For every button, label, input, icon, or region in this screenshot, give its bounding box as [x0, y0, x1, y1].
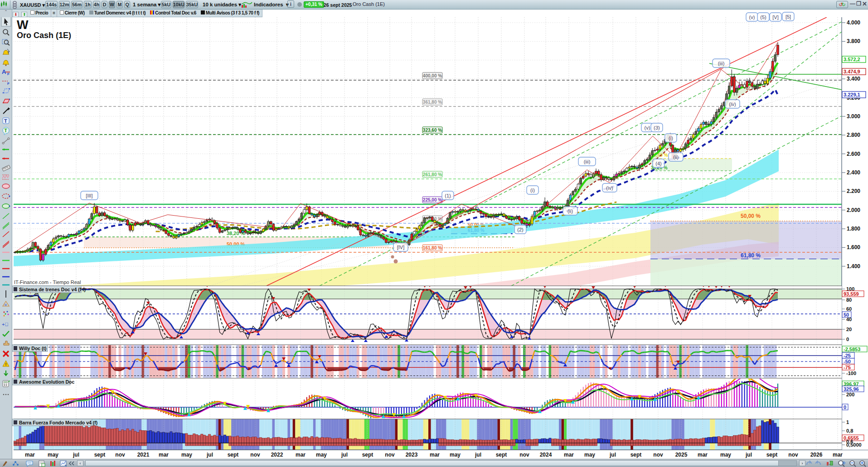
svg-text:nov: nov — [250, 452, 260, 458]
svg-text:2.400: 2.400 — [847, 169, 860, 176]
svg-text:3.572,2: 3.572,2 — [844, 57, 860, 62]
svg-text:(4): (4) — [655, 161, 661, 166]
svg-text:200: 200 — [846, 392, 854, 397]
svg-text:mar: mar — [159, 452, 169, 458]
svg-text:nov: nov — [115, 452, 125, 458]
svg-text:Barra Fuerza Fondo Mercado v4: Barra Fuerza Fondo Mercado v4 (f) — [19, 420, 97, 425]
svg-text:61,80 %: 61,80 % — [741, 252, 761, 259]
svg-text:(v): (v) — [749, 14, 755, 20]
svg-text:400,00 %: 400,00 % — [423, 73, 442, 78]
svg-text:225,00 %: 225,00 % — [423, 197, 442, 202]
svg-text:jul: jul — [206, 452, 213, 458]
svg-text:161,80 %: 161,80 % — [423, 246, 442, 250]
svg-text:mar: mar — [430, 452, 440, 458]
svg-text:sept: sept — [630, 452, 642, 458]
svg-text:3.229,1: 3.229,1 — [844, 92, 860, 97]
svg-text:(i): (i) — [530, 188, 535, 193]
svg-text:[III]: [III] — [86, 193, 92, 198]
svg-text:T: T — [5, 128, 7, 133]
svg-text:nov: nov — [653, 452, 663, 458]
svg-text:(v): (v) — [645, 125, 650, 130]
svg-text:[5]: [5] — [786, 14, 791, 19]
svg-text:mar: mar — [698, 452, 708, 458]
svg-text:may: may — [584, 452, 595, 458]
svg-text:1.400: 1.400 — [847, 263, 860, 270]
svg-text:mar: mar — [25, 452, 35, 458]
svg-text:sept: sept — [496, 452, 507, 458]
svg-text:F: F — [7, 72, 10, 76]
svg-text:2026: 2026 — [810, 452, 823, 458]
svg-text:2.800: 2.800 — [847, 132, 860, 138]
svg-text:Willy Doc (t): Willy Doc (t) — [19, 346, 47, 351]
svg-text:may: may — [450, 452, 461, 458]
svg-text:may: may — [720, 452, 731, 458]
svg-text:0,8: 0,8 — [846, 428, 853, 433]
svg-text:2.200: 2.200 — [847, 188, 860, 194]
svg-text:1.800: 1.800 — [847, 226, 860, 232]
svg-text:nov: nov — [788, 452, 798, 458]
svg-text:2025: 2025 — [675, 452, 688, 458]
svg-text:325,96: 325,96 — [844, 386, 859, 392]
svg-text:may: may — [181, 452, 192, 458]
svg-text:α: α — [5, 303, 7, 307]
svg-text:sept: sept — [362, 452, 373, 458]
svg-text:0: 0 — [844, 404, 846, 410]
svg-text:93,559: 93,559 — [844, 291, 859, 297]
svg-text:[V]: [V] — [772, 14, 778, 20]
svg-text:1.600: 1.600 — [847, 244, 860, 250]
svg-text:(1): (1) — [445, 193, 451, 198]
svg-text:323,60 %: 323,60 % — [423, 128, 442, 133]
svg-text:IT-Finance.com - Tiempo Real: IT-Finance.com - Tiempo Real — [14, 279, 81, 285]
svg-text:(iii): (iii) — [718, 61, 725, 66]
svg-text:-100: -100 — [846, 371, 856, 376]
svg-text:T: T — [4, 118, 7, 124]
svg-text:60: 60 — [846, 306, 852, 312]
svg-text:3.474,9: 3.474,9 — [844, 69, 860, 74]
svg-text:(ii): (ii) — [567, 208, 573, 214]
svg-text:(3): (3) — [654, 125, 659, 130]
svg-text:(iv): (iv) — [729, 101, 736, 107]
svg-text:jul: jul — [475, 452, 481, 458]
svg-text:F: F — [7, 82, 10, 86]
svg-text:2022: 2022 — [271, 452, 283, 458]
svg-text:Awesome Evolution Doc: Awesome Evolution Doc — [19, 379, 74, 385]
svg-text:0,5000: 0,5000 — [846, 442, 862, 448]
svg-text:361,80 %: 361,80 % — [423, 100, 442, 105]
svg-text:(iv): (iv) — [606, 185, 613, 191]
svg-text:(5): (5) — [760, 14, 766, 20]
svg-text:2023: 2023 — [406, 452, 418, 458]
svg-text:4.000: 4.000 — [847, 19, 860, 26]
svg-text:+⃝: +⃝ — [2, 322, 9, 327]
svg-text:2.000: 2.000 — [847, 207, 860, 213]
svg-text:mar: mar — [564, 452, 574, 458]
svg-text:[IV]: [IV] — [397, 245, 405, 250]
svg-text:0: 0 — [846, 337, 849, 342]
svg-text:-2,5853: -2,5853 — [844, 347, 860, 352]
svg-text:80: 80 — [846, 297, 852, 303]
svg-text:mar: mar — [296, 452, 305, 458]
svg-text:sept: sept — [766, 452, 778, 458]
svg-text:20: 20 — [846, 327, 852, 332]
svg-text:!: ! — [5, 362, 7, 366]
svg-text:1: 1 — [846, 419, 849, 425]
svg-text:nov: nov — [385, 452, 395, 458]
svg-text:(2): (2) — [517, 227, 523, 232]
svg-text:(i): (i) — [669, 135, 673, 141]
svg-text:50,00 %: 50,00 % — [741, 213, 761, 219]
svg-text:jul: jul — [609, 452, 616, 458]
svg-text:(iii): (iii) — [584, 159, 591, 164]
svg-text:nov: nov — [519, 452, 529, 458]
svg-text:may: may — [48, 452, 58, 458]
svg-text:jul: jul — [745, 452, 752, 458]
svg-text:3.400: 3.400 — [847, 76, 860, 82]
svg-text:(ii): (ii) — [673, 154, 679, 160]
svg-text:3.800: 3.800 — [847, 38, 860, 44]
svg-text:3.000: 3.000 — [847, 113, 860, 120]
svg-text:Sistema de trenes Doc v4 (f f): Sistema de trenes Doc v4 (f f) — [19, 287, 86, 292]
svg-text:2.600: 2.600 — [847, 151, 860, 157]
svg-text:-25: -25 — [844, 353, 851, 358]
svg-text:sept: sept — [94, 452, 106, 458]
svg-text:-50: -50 — [844, 359, 851, 364]
svg-text:jul: jul — [73, 452, 79, 458]
svg-text:may: may — [316, 452, 327, 458]
